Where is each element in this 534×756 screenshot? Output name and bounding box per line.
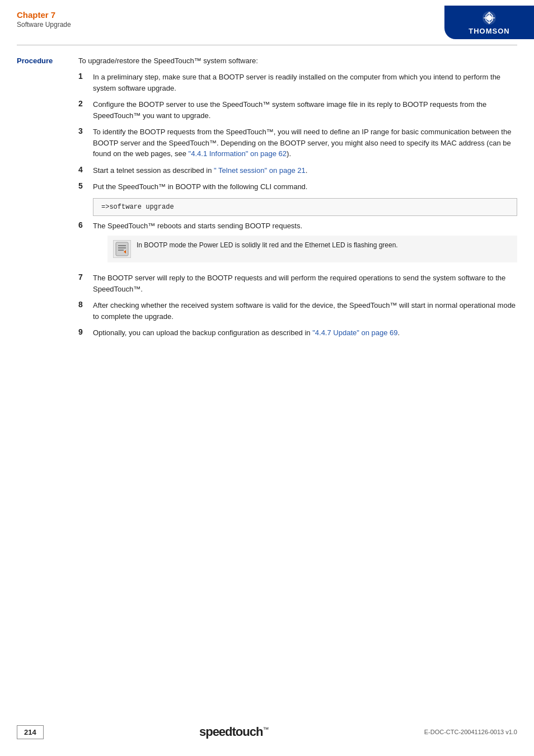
step-text-7: The BOOTP server will reply to the BOOTP…	[93, 273, 517, 294]
step-8: 8 After checking whether the received sy…	[78, 300, 517, 322]
step-number-9: 9	[78, 327, 93, 336]
note-svg-icon	[114, 241, 130, 257]
step-text-2: Configure the BOOTP server to use the Sp…	[93, 99, 517, 121]
thomson-logo: THOMSON	[444, 6, 534, 39]
page-header: Chapter 7 Software Upgrade THOMSON	[0, 0, 534, 45]
step-2: 2 Configure the BOOTP server to use the …	[78, 99, 517, 121]
cli-command-box: =>software upgrade	[93, 198, 517, 216]
main-content: Procedure To upgrade/restore the SpeedTo…	[0, 45, 534, 355]
footer-doc-id: E-DOC-CTC-20041126-0013 v1.0	[424, 729, 517, 735]
procedure-row: Procedure To upgrade/restore the SpeedTo…	[17, 57, 517, 65]
brand-bold: touch	[232, 725, 263, 739]
steps-container: 1 In a preliminary step, make sure that …	[78, 72, 517, 339]
step-number-1: 1	[78, 72, 93, 81]
step-number-7: 7	[78, 273, 93, 281]
chapter-subtitle: Software Upgrade	[17, 21, 517, 29]
step-text-1: In a preliminary step, make sure that a …	[93, 72, 517, 93]
note-box: In BOOTP mode the Power LED is solidly l…	[107, 236, 517, 262]
svg-rect-6	[116, 242, 128, 256]
step-7: 7 The BOOTP server will reply to the BOO…	[78, 273, 517, 294]
step-number-2: 2	[78, 99, 93, 108]
cli-command-text: =>software upgrade	[101, 203, 174, 211]
step-6: 6 The SpeedTouch™ reboots and starts sen…	[78, 220, 517, 267]
step-5: 5 Put the SpeedTouch™ in BOOTP with the …	[78, 181, 517, 192]
procedure-intro: To upgrade/restore the SpeedTouch™ syste…	[78, 57, 517, 65]
svg-point-1	[486, 15, 492, 21]
step-1: 1 In a preliminary step, make sure that …	[78, 72, 517, 93]
step-text-5: Put the SpeedTouch™ in BOOTP with the fo…	[93, 181, 517, 192]
step-number-6: 6	[78, 220, 93, 229]
footer-brand: speedtouch™	[199, 725, 268, 739]
step-3: 3 To identify the BOOTP requests from th…	[78, 126, 517, 159]
step-text-4: Start a telnet session as described in "…	[93, 165, 517, 176]
step-number-3: 3	[78, 126, 93, 135]
chapter-label: Chapter 7	[17, 10, 517, 20]
step-4: 4 Start a telnet session as described in…	[78, 165, 517, 176]
procedure-label: Procedure	[17, 57, 78, 65]
brand-tm: ™	[263, 726, 268, 732]
step-text-3: To identify the BOOTP requests from the …	[93, 126, 517, 159]
note-text: In BOOTP mode the Power LED is solidly l…	[137, 240, 398, 250]
page-number-box: 214	[17, 725, 44, 739]
step-text-9: Optionally, you can upload the backup co…	[93, 327, 517, 339]
step-text-8: After checking whether the received syst…	[93, 300, 517, 322]
brand-regular: speed	[199, 725, 232, 739]
link-telnet-session[interactable]: " Telnet session" on page 21	[214, 166, 306, 175]
thomson-logo-text: THOMSON	[469, 27, 509, 35]
step-text-6: The SpeedTouch™ reboots and starts sendi…	[93, 220, 517, 267]
step-number-5: 5	[78, 181, 93, 190]
step-number-4: 4	[78, 165, 93, 174]
link-441-information[interactable]: "4.4.1 Information" on page 62	[189, 149, 287, 158]
step-9: 9 Optionally, you can upload the backup …	[78, 327, 517, 339]
note-icon	[113, 240, 131, 258]
page-footer: 214 speedtouch™ E-DOC-CTC-20041126-0013 …	[0, 725, 534, 739]
step-number-8: 8	[78, 300, 93, 309]
link-447-update[interactable]: "4.4.7 Update" on page 69	[312, 328, 397, 337]
thomson-logo-icon	[481, 10, 497, 26]
